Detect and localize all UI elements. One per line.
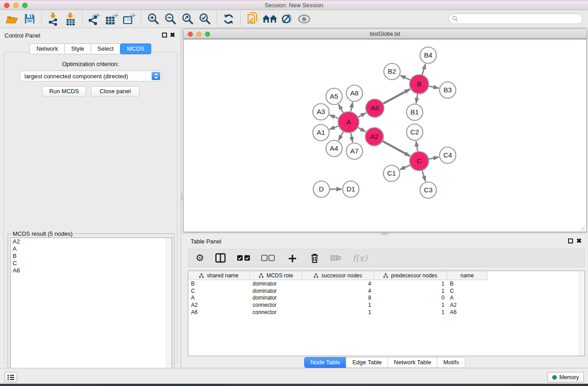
tab-edge-table[interactable]: Edge Table xyxy=(346,357,387,368)
network-window-titlebar[interactable]: testGlobe.txt xyxy=(183,29,587,39)
tab-network-table[interactable]: Network Table xyxy=(387,357,437,368)
graph-edge-A-A8[interactable] xyxy=(351,102,353,112)
close-panel-icon[interactable]: ✖ xyxy=(170,31,175,38)
table-row[interactable]: Bdominator41B xyxy=(188,280,584,287)
table-row[interactable]: A6connector11A6 xyxy=(188,309,584,316)
label-visibility-toggle-button[interactable] xyxy=(278,12,296,26)
graph-edge-A6-B[interactable] xyxy=(383,89,410,104)
table-cell[interactable]: 4 xyxy=(302,281,374,287)
run-mcds-button[interactable]: Run MCDS xyxy=(42,86,86,96)
node-table[interactable]: shared nameMCDS rolesuccessor nodesprede… xyxy=(188,271,585,356)
table-cell[interactable]: 8 xyxy=(302,295,374,301)
table-cell[interactable]: B xyxy=(447,281,488,287)
table-cell[interactable]: A2 xyxy=(447,302,488,308)
vertical-splitter-grip[interactable] xyxy=(181,193,183,200)
mcds-result-list[interactable]: A2ABCA6 xyxy=(10,238,172,385)
function-builder-button[interactable]: f(x) xyxy=(353,251,368,265)
table-cell[interactable]: A6 xyxy=(188,309,250,315)
result-list-item[interactable]: B xyxy=(11,253,172,260)
graph-edge-C-C1[interactable] xyxy=(400,165,410,170)
column-view-button[interactable] xyxy=(215,251,226,265)
visibility-toggle-button[interactable] xyxy=(296,12,313,26)
task-history-button[interactable] xyxy=(5,372,17,382)
graph-edge-B-B3[interactable] xyxy=(429,86,439,88)
result-list-item[interactable]: A6 xyxy=(11,267,172,274)
table-row[interactable]: A2connector11A2 xyxy=(188,301,584,309)
delete-column-button[interactable] xyxy=(310,251,319,265)
table-cell[interactable]: 1 xyxy=(374,288,447,294)
graph-edge-B-B2[interactable] xyxy=(400,75,410,80)
table-cell[interactable]: A xyxy=(447,295,488,301)
graph-edge-A-A4[interactable] xyxy=(339,132,344,140)
graph-edge-A-A6[interactable] xyxy=(358,113,366,117)
tab-motifs[interactable]: Motifs xyxy=(437,357,465,368)
table-cell[interactable]: 4 xyxy=(302,288,374,294)
tab-network[interactable]: Network xyxy=(29,43,64,54)
table-cell[interactable]: A6 xyxy=(447,309,488,315)
graph-edge-A-A1[interactable] xyxy=(330,126,339,129)
tab-select[interactable]: Select xyxy=(91,43,120,54)
table-cell[interactable]: connector xyxy=(250,309,302,315)
graph-edge-A-A2[interactable] xyxy=(358,128,366,132)
graph-edge-B-B1[interactable] xyxy=(416,94,417,104)
tab-style[interactable]: Style xyxy=(64,43,91,54)
table-cell[interactable]: dominator xyxy=(250,295,302,301)
graph-edge-C-C2[interactable] xyxy=(416,141,418,152)
close-table-panel-icon[interactable]: ✖ xyxy=(576,237,582,244)
table-cell[interactable]: C xyxy=(188,288,250,294)
zoom-selected-button[interactable] xyxy=(196,12,213,26)
tab-node-table[interactable]: Node Table xyxy=(304,357,346,368)
deselect-all-rows-button[interactable] xyxy=(261,251,275,265)
open-file-button[interactable] xyxy=(4,12,21,26)
add-column-button[interactable]: ＋ xyxy=(286,251,299,265)
result-list-item[interactable]: A2 xyxy=(11,238,172,245)
close-panel-button[interactable]: Close panel xyxy=(91,86,139,96)
table-cell[interactable]: 1 xyxy=(302,309,374,315)
result-list-item[interactable]: A xyxy=(11,245,172,253)
table-cell[interactable]: 0 xyxy=(374,295,447,301)
table-cell[interactable]: dominator xyxy=(250,281,302,287)
graph-edge-C-C4[interactable] xyxy=(429,157,439,159)
zoom-fit-button[interactable] xyxy=(179,12,196,26)
table-settings-button[interactable]: ⚙ xyxy=(196,251,204,265)
column-header-MCDS-role[interactable]: MCDS role xyxy=(250,271,302,280)
table-cell[interactable]: connector xyxy=(250,302,302,308)
import-table-button[interactable] xyxy=(62,12,79,26)
export-network-button[interactable] xyxy=(86,12,103,26)
export-table-button[interactable] xyxy=(103,12,120,26)
table-cell[interactable]: B xyxy=(188,281,250,287)
home-view-button[interactable] xyxy=(261,12,278,26)
criterion-select[interactable]: largest connected component (directed) xyxy=(20,71,162,81)
result-list-scrollbar[interactable] xyxy=(166,238,172,384)
float-panel-icon[interactable] xyxy=(162,33,167,38)
graph-edge-A2-C[interactable] xyxy=(382,141,410,156)
export-image-button[interactable] xyxy=(120,12,138,26)
column-header-successor-nodes[interactable]: successor nodes xyxy=(302,271,374,280)
column-header-predecessor-nodes[interactable]: predecessor nodes xyxy=(374,271,447,280)
window-resize-grip[interactable] xyxy=(580,225,585,231)
refresh-view-button[interactable] xyxy=(220,12,237,26)
table-scrollbar[interactable] xyxy=(579,271,584,356)
result-list-item[interactable]: C xyxy=(11,260,172,267)
graph-edge-A-A3[interactable] xyxy=(330,115,339,118)
search-input[interactable] xyxy=(449,14,583,24)
float-table-panel-icon[interactable] xyxy=(568,238,573,243)
table-cell[interactable]: C xyxy=(447,288,488,294)
table-cell[interactable]: 1 xyxy=(374,309,447,315)
save-session-button[interactable] xyxy=(21,12,38,26)
graph-edge-A-A7[interactable] xyxy=(351,133,353,143)
tab-mcds[interactable]: MCDS xyxy=(120,43,151,54)
graph-edge-B-B4[interactable] xyxy=(422,64,425,75)
import-network-button[interactable] xyxy=(45,12,62,26)
select-all-rows-button[interactable] xyxy=(237,251,250,265)
delete-table-button[interactable] xyxy=(330,251,342,265)
table-row[interactable]: Cdominator41C xyxy=(188,287,584,295)
table-cell[interactable]: 1 xyxy=(302,302,374,308)
clone-network-button[interactable] xyxy=(244,12,261,26)
horizontal-splitter-grip[interactable] xyxy=(382,233,388,235)
network-canvas[interactable]: AA1A2A3A4A5A6A7A8BB1B2B3B4CC1C2C3C4DD1 xyxy=(183,39,587,232)
table-cell[interactable]: dominator xyxy=(250,288,302,294)
zoom-in-button[interactable] xyxy=(144,12,162,26)
table-cell[interactable]: A xyxy=(188,295,250,301)
table-cell[interactable]: A2 xyxy=(188,302,250,308)
